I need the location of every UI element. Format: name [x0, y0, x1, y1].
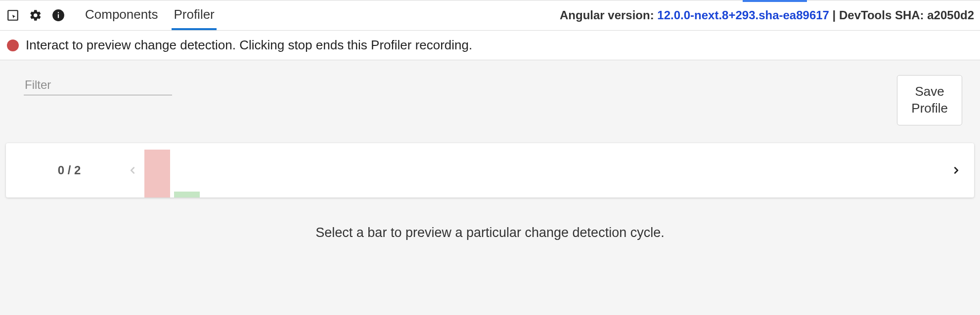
save-profile-label: SaveProfile [911, 84, 948, 116]
chevron-right-icon[interactable] [947, 162, 965, 179]
svg-rect-2 [58, 14, 59, 18]
svg-rect-3 [58, 12, 59, 13]
top-bar-left: Components Profiler [6, 0, 217, 30]
bar-cycle-1[interactable] [144, 150, 170, 197]
tab-profiler[interactable]: Profiler [172, 0, 216, 30]
devtools-label: | DevTools SHA: [829, 8, 927, 22]
record-stop-button[interactable] [7, 39, 19, 51]
hint-message: Select a bar to preview a particular cha… [0, 197, 980, 280]
version-info: Angular version: 12.0.0-next.8+293.sha-e… [560, 8, 974, 22]
tab-components[interactable]: Components [83, 0, 160, 30]
version-label: Angular version: [560, 8, 657, 22]
top-bar: Components Profiler Angular version: 12.… [0, 0, 980, 31]
top-accent-bar [743, 0, 807, 2]
inspect-icon[interactable] [6, 8, 20, 22]
status-row: Interact to preview change detection. Cl… [0, 31, 980, 60]
chevron-left-icon [124, 162, 141, 179]
filter-field [24, 75, 172, 95]
filter-input[interactable] [24, 75, 172, 95]
controls-row: SaveProfile [0, 60, 980, 137]
version-link[interactable]: 12.0.0-next.8+293.sha-ea89617 [657, 8, 829, 22]
bar-panel: 0 / 2 [6, 143, 974, 197]
bar-counter: 0 / 2 [15, 163, 124, 177]
bars-area [141, 143, 947, 197]
status-message: Interact to preview change detection. Cl… [26, 38, 472, 53]
bar-cycle-2[interactable] [174, 192, 200, 197]
tabs: Components Profiler [83, 0, 217, 30]
info-icon[interactable] [51, 8, 65, 22]
gear-icon[interactable] [29, 8, 43, 22]
devtools-sha: a2050d2 [927, 8, 974, 22]
save-profile-button[interactable]: SaveProfile [897, 75, 962, 125]
